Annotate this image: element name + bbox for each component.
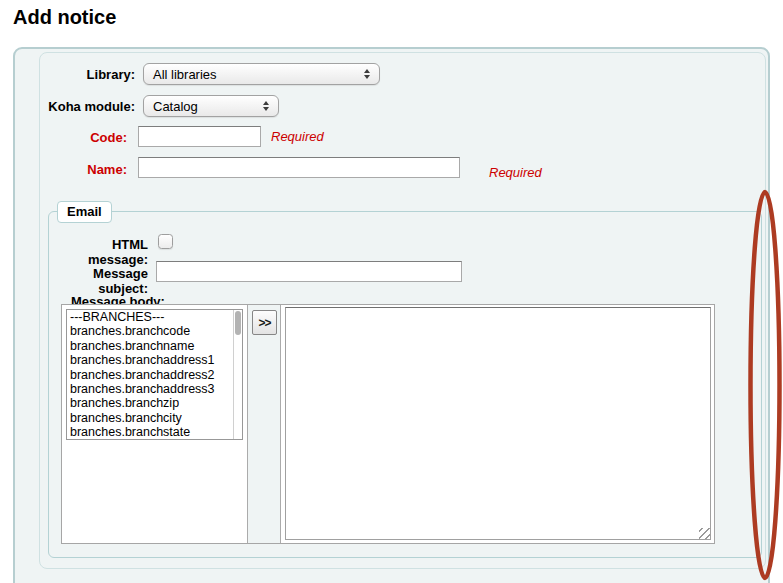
- editor-divider-cell: [247, 305, 281, 543]
- field-list[interactable]: ---BRANCHES--- branches.branchcode branc…: [66, 309, 243, 440]
- message-subject-label: Message subject:: [49, 266, 148, 296]
- add-notice-page: Add notice Library: All libraries Koha m…: [0, 0, 783, 583]
- library-select[interactable]: All libraries: [143, 63, 380, 85]
- name-input[interactable]: [138, 157, 460, 178]
- email-tab-legend[interactable]: Email: [57, 201, 112, 223]
- field-option[interactable]: branches.branchzip: [67, 396, 242, 410]
- textarea-resize-handle[interactable]: [699, 528, 710, 539]
- field-option[interactable]: branches.branchcity: [67, 411, 242, 425]
- koha-module-select-value: Catalog: [153, 99, 198, 114]
- name-required-note: Required: [489, 165, 542, 180]
- field-option[interactable]: branches.branchaddress2: [67, 368, 242, 382]
- field-option[interactable]: ---BRANCHES---: [67, 310, 242, 324]
- field-option[interactable]: branches.branchcode: [67, 324, 242, 338]
- code-input[interactable]: [138, 126, 261, 147]
- page-title: Add notice: [13, 6, 116, 29]
- field-option[interactable]: branches.branchstate: [67, 425, 242, 439]
- koha-module-select[interactable]: Catalog: [143, 95, 279, 117]
- message-body-textarea[interactable]: [285, 307, 711, 540]
- html-message-label: HTML message:: [49, 237, 148, 267]
- insert-field-button[interactable]: >>: [252, 310, 277, 335]
- field-option[interactable]: branches.branchaddress3: [67, 382, 242, 396]
- koha-module-label: Koha module:: [15, 99, 135, 114]
- notice-form-panel: Library: All libraries Koha module: Cata…: [13, 47, 770, 583]
- message-body-editor: ---BRANCHES--- branches.branchcode branc…: [61, 304, 715, 544]
- email-section: Email HTML message: Message subject: Mes…: [48, 211, 762, 558]
- message-subject-input[interactable]: [156, 261, 462, 282]
- field-option[interactable]: branches.branchaddress1: [67, 353, 242, 367]
- name-label: Name:: [15, 162, 127, 177]
- library-label: Library:: [15, 67, 135, 82]
- code-label: Code:: [15, 130, 127, 145]
- field-option[interactable]: branches.branchname: [67, 339, 242, 353]
- scrollbar-thumb[interactable]: [235, 311, 241, 335]
- select-stepper-icon: [364, 69, 370, 79]
- list-scrollbar[interactable]: [233, 310, 242, 439]
- code-required-note: Required: [271, 129, 324, 144]
- html-message-checkbox[interactable]: [158, 234, 173, 249]
- select-stepper-icon: [263, 101, 269, 111]
- library-select-value: All libraries: [153, 67, 217, 82]
